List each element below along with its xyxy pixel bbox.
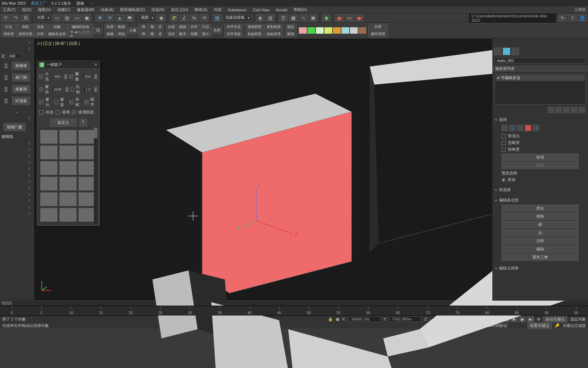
help-icon[interactable]: ? bbox=[28, 161, 32, 165]
tb-18[interactable]: 18 bbox=[93, 27, 103, 34]
timeline-tick[interactable]: 5 bbox=[40, 311, 43, 315]
help-icon[interactable]: ? bbox=[28, 154, 32, 158]
menu-civilview[interactable]: Civil View bbox=[253, 8, 270, 12]
swatch-8[interactable] bbox=[358, 27, 367, 34]
window-height-check[interactable] bbox=[39, 87, 43, 91]
tb-ccw2[interactable]: 逆 bbox=[156, 31, 164, 37]
show-end-result-button[interactable] bbox=[555, 107, 562, 113]
timeline-tick[interactable]: 65 bbox=[396, 311, 400, 315]
tb-mirror[interactable]: 镜像 bbox=[104, 31, 116, 37]
template-cell[interactable] bbox=[40, 161, 58, 175]
cap-button[interactable]: 封顶底 bbox=[12, 97, 30, 105]
manage-sets-button[interactable]: ▤ bbox=[213, 14, 221, 22]
swatch-4[interactable] bbox=[324, 27, 333, 34]
mirror-button[interactable]: ◐ bbox=[256, 14, 265, 22]
menu-modifier[interactable]: 修改器(M) bbox=[77, 7, 95, 12]
tb-outline2[interactable]: 外框 bbox=[35, 31, 46, 37]
material-editor-button[interactable]: ◉ bbox=[322, 14, 330, 22]
tb-freeze[interactable]: 冻结 bbox=[166, 31, 177, 37]
template-cell[interactable] bbox=[40, 130, 58, 144]
remove-modifier-button[interactable] bbox=[571, 107, 577, 113]
ring-button[interactable]: 环形 bbox=[502, 162, 579, 169]
spinner-icon[interactable]: ▴▾ bbox=[66, 87, 69, 92]
spinner-icon[interactable]: ▴▾ bbox=[64, 74, 67, 79]
menu-help[interactable]: 帮助(H) bbox=[294, 7, 307, 12]
tb-unfreeze[interactable]: 解冻 bbox=[177, 31, 188, 37]
tb-ccw1[interactable]: 逆 bbox=[156, 24, 164, 30]
help-icon[interactable]: ? bbox=[28, 47, 32, 51]
bridge-button[interactable]: 桥 bbox=[502, 221, 579, 228]
tb-light[interactable]: 灯光 bbox=[1, 24, 16, 30]
from-button[interactable]: 从 bbox=[502, 229, 579, 236]
menu-create[interactable]: 创建(C) bbox=[57, 7, 70, 12]
smart-window-button[interactable]: 智能门窗 bbox=[4, 123, 26, 131]
help-icon[interactable]: ? bbox=[28, 167, 32, 171]
menu-group[interactable]: 组(G) bbox=[22, 7, 32, 12]
account-button[interactable]: 👤 bbox=[578, 14, 587, 22]
swatch-3[interactable] bbox=[316, 27, 324, 34]
template-cell[interactable] bbox=[40, 177, 58, 191]
help-icon[interactable]: ? bbox=[28, 141, 32, 146]
sill-height-value[interactable]: 850 bbox=[52, 74, 62, 79]
timeline-tick[interactable]: 85 bbox=[515, 311, 519, 315]
glass-double-check[interactable] bbox=[72, 110, 76, 115]
link-button[interactable]: ⛓ bbox=[21, 14, 30, 22]
swatch-7[interactable] bbox=[350, 27, 358, 34]
toggle-ribbon-button[interactable]: ▦ bbox=[289, 14, 298, 22]
template-cell[interactable] bbox=[78, 177, 96, 191]
tb-pastemat[interactable]: 粘贴材质 bbox=[264, 31, 283, 37]
menu-customize[interactable]: 自定义(U) bbox=[171, 7, 188, 12]
swatch-6[interactable] bbox=[341, 27, 350, 34]
timeline-tick[interactable]: 30 bbox=[188, 311, 192, 315]
tb-camera[interactable]: 相机 bbox=[16, 24, 35, 30]
tb-45[interactable]: 45 bbox=[138, 24, 148, 30]
timeline-tick[interactable]: 95 bbox=[574, 311, 578, 315]
tb-create[interactable]: 创建 bbox=[46, 24, 68, 30]
draw-window-button[interactable]: 画窗洞 bbox=[12, 85, 30, 93]
help-icon[interactable]: ? bbox=[28, 199, 32, 203]
extrude-button[interactable]: 挤出 bbox=[502, 205, 579, 212]
spinner-icon[interactable]: ▴▾ bbox=[94, 87, 97, 92]
spinner-snap-button[interactable]: ⟲ bbox=[200, 14, 208, 22]
scrollbar[interactable] bbox=[94, 128, 97, 224]
soft-selection-rollout[interactable]: 软选择 bbox=[495, 186, 585, 194]
ratio-check[interactable] bbox=[71, 87, 74, 91]
make-unique-button[interactable] bbox=[563, 107, 570, 113]
sill-height-check[interactable] bbox=[39, 74, 43, 79]
polygon-subobj[interactable] bbox=[525, 125, 531, 131]
retri-button[interactable]: 重复三角 bbox=[502, 253, 579, 261]
tb-micro1[interactable]: ⟲ ◄ ▷ ▢ ▢ ✕ bbox=[68, 31, 93, 37]
timeline-tick[interactable]: 50 bbox=[307, 311, 311, 315]
timeline-tick[interactable]: 40 bbox=[248, 311, 251, 315]
timeline-tick[interactable]: 90 bbox=[544, 311, 548, 315]
help-icon[interactable]: ? bbox=[28, 40, 32, 45]
horizontal-scrollbar[interactable] bbox=[1, 301, 12, 305]
window-crossing-button[interactable]: ▣ bbox=[83, 14, 91, 22]
timeline-tick[interactable]: 60 bbox=[366, 311, 370, 315]
template-cell[interactable] bbox=[59, 208, 77, 222]
timeline-tick[interactable]: 55 bbox=[337, 311, 340, 315]
edge-subobj[interactable] bbox=[509, 125, 516, 131]
tb-data[interactable]: 数据 bbox=[116, 24, 127, 30]
glass-check[interactable] bbox=[56, 110, 60, 115]
tb-close[interactable]: 关闭 bbox=[211, 27, 222, 34]
modifier-item[interactable]: ▸ 可编辑多边 bbox=[496, 74, 585, 81]
swatch-1[interactable] bbox=[299, 27, 307, 34]
help-icon[interactable]: ? bbox=[28, 212, 32, 216]
template-cell[interactable] bbox=[78, 161, 96, 175]
timeline-tick[interactable]: 75 bbox=[456, 311, 459, 315]
help-icon[interactable]: ? bbox=[28, 205, 32, 210]
ignore-backfacing-check[interactable] bbox=[502, 141, 506, 145]
tb-collapse[interactable]: 坍陷 bbox=[116, 31, 127, 37]
layer-explorer-button[interactable]: ☰ bbox=[279, 14, 288, 22]
menu-grapheditor[interactable]: 图形编辑器(D) bbox=[120, 7, 145, 12]
timeline-tick[interactable]: 70 bbox=[426, 311, 430, 315]
help-icon[interactable]: ? bbox=[28, 173, 32, 178]
timeline-tick[interactable]: 80 bbox=[485, 311, 489, 315]
tb-samemat[interactable]: 同材质 bbox=[1, 31, 16, 37]
help-icon[interactable]: ? bbox=[28, 193, 32, 197]
tb-show[interactable]: 显示 bbox=[200, 31, 211, 37]
rotate-button[interactable]: ⟳ bbox=[106, 14, 114, 22]
timeline-tick[interactable]: 0 bbox=[11, 311, 13, 315]
align-button[interactable]: ▥ bbox=[266, 14, 275, 22]
